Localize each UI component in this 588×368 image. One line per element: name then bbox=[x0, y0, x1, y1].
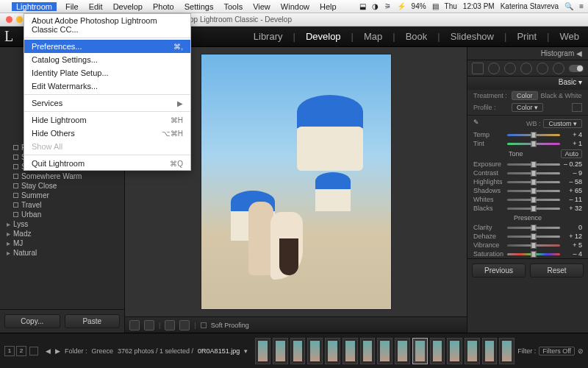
cc-icon[interactable]: ◑ bbox=[372, 2, 379, 10]
macmenu-edit[interactable]: Edit bbox=[87, 2, 104, 11]
thumbnail[interactable] bbox=[307, 338, 323, 364]
module-library[interactable]: Library bbox=[254, 31, 283, 42]
auto-button[interactable]: Auto bbox=[561, 149, 582, 158]
preset-item[interactable]: ▸Natural bbox=[4, 248, 120, 258]
module-map[interactable]: Map bbox=[364, 31, 382, 42]
slider-highlights[interactable]: Highlights– 58 bbox=[467, 177, 588, 186]
slider-saturation[interactable]: Saturation– 4 bbox=[467, 250, 588, 258]
slider-contrast[interactable]: Contrast– 9 bbox=[467, 169, 588, 177]
preset-item[interactable]: Somewhere Warm bbox=[4, 171, 120, 181]
grad-filter-icon[interactable] bbox=[520, 63, 532, 74]
flag-icon[interactable]: ▤ bbox=[432, 2, 439, 10]
module-slideshow[interactable]: Slideshow bbox=[451, 31, 494, 42]
menu-item[interactable]: Catalog Settings... bbox=[24, 53, 190, 66]
profile-browser-icon[interactable] bbox=[572, 103, 582, 112]
spotlight-icon[interactable]: 🔍 bbox=[564, 2, 573, 10]
nav-dropdown-icon[interactable]: ▾ bbox=[244, 347, 248, 355]
folder-name[interactable]: Greece bbox=[92, 347, 114, 355]
menu-item[interactable]: Edit Watermarks... bbox=[24, 79, 190, 93]
menu-item[interactable]: Hide Others⌥⌘H bbox=[24, 127, 190, 140]
basic-header[interactable]: Basic ▾ bbox=[467, 77, 588, 90]
macmenu-view[interactable]: View bbox=[251, 2, 272, 11]
toolbar-icon[interactable] bbox=[165, 320, 175, 330]
wb-dropdown[interactable]: Custom ▾ bbox=[543, 119, 582, 128]
before-after-icon[interactable] bbox=[144, 320, 154, 330]
panel-switch[interactable] bbox=[569, 65, 584, 72]
module-develop[interactable]: Develop bbox=[306, 31, 341, 42]
user-name[interactable]: Katerina Stavreva bbox=[501, 2, 559, 10]
display-1[interactable]: 1 bbox=[4, 346, 15, 356]
treatment-color[interactable]: Color bbox=[512, 91, 538, 100]
menu-item[interactable]: About Adobe Photoshop Lightroom Classic … bbox=[24, 14, 190, 36]
slider-exposure[interactable]: Exposure– 0.25 bbox=[467, 160, 588, 169]
filter-switch-icon[interactable]: ⊘ bbox=[578, 347, 584, 355]
slider-blacks[interactable]: Blacks+ 32 bbox=[467, 204, 588, 213]
loupe-view-icon[interactable] bbox=[129, 320, 140, 330]
eyedropper-icon[interactable]: ✎ bbox=[473, 118, 484, 129]
thumbnail[interactable] bbox=[377, 338, 392, 364]
battery-icon[interactable]: ⚡ bbox=[397, 2, 406, 10]
module-web[interactable]: Web bbox=[560, 31, 580, 42]
wifi-icon[interactable]: ⚞ bbox=[384, 2, 391, 10]
copy-button[interactable]: Copy... bbox=[4, 314, 60, 328]
macmenu-app[interactable]: Lightroom bbox=[12, 2, 57, 11]
slider-tint[interactable]: Tint+ 1 bbox=[467, 139, 588, 148]
thumbnail[interactable] bbox=[482, 338, 498, 364]
display-2[interactable]: 2 bbox=[16, 346, 26, 356]
preset-item[interactable]: Summer bbox=[4, 191, 120, 200]
slider-whites[interactable]: Whites– 11 bbox=[467, 195, 588, 204]
redeye-tool-icon[interactable] bbox=[504, 63, 516, 74]
spot-removal-icon[interactable] bbox=[488, 63, 500, 74]
reset-button[interactable]: Reset bbox=[530, 263, 584, 277]
thumbnail[interactable] bbox=[465, 338, 480, 364]
toolbar-icon[interactable] bbox=[179, 320, 190, 330]
slider-shadows[interactable]: Shadows+ 65 bbox=[467, 186, 588, 195]
preset-item[interactable]: Stay Close bbox=[4, 181, 120, 191]
brush-tool-icon[interactable] bbox=[553, 63, 564, 74]
menu-extra-icon[interactable]: ≡ bbox=[579, 2, 584, 10]
menu-item[interactable]: Hide Lightroom⌘H bbox=[24, 113, 190, 127]
nav-next-icon[interactable]: ▶ bbox=[55, 347, 60, 355]
preset-item[interactable]: Urban bbox=[4, 210, 120, 219]
thumbnail[interactable] bbox=[499, 338, 514, 364]
thumbnail[interactable] bbox=[273, 338, 288, 364]
previous-button[interactable]: Previous bbox=[472, 263, 526, 277]
thumbnail[interactable] bbox=[360, 338, 376, 364]
nav-prev-icon[interactable]: ◀ bbox=[46, 347, 51, 355]
slider-vibrance[interactable]: Vibrance+ 5 bbox=[467, 241, 588, 250]
preset-item[interactable]: Travel bbox=[4, 200, 120, 210]
thumbnail[interactable] bbox=[325, 338, 340, 364]
macmenu-window[interactable]: Window bbox=[279, 2, 311, 11]
thumbnail[interactable] bbox=[447, 338, 462, 364]
slider-dehaze[interactable]: Dehaze+ 12 bbox=[467, 232, 588, 241]
treatment-bw[interactable]: Black & White bbox=[541, 92, 582, 99]
macmenu-photo[interactable]: Photo bbox=[151, 2, 176, 11]
profile-dropdown[interactable]: Color ▾ bbox=[512, 103, 543, 112]
grid-icon[interactable] bbox=[29, 347, 38, 355]
soft-proof-checkbox[interactable] bbox=[201, 322, 207, 328]
preset-item[interactable]: ▸MJ bbox=[4, 238, 120, 248]
menu-item[interactable]: Services▶ bbox=[24, 96, 190, 110]
close-window-button[interactable] bbox=[6, 16, 12, 23]
slider-clarity[interactable]: Clarity0 bbox=[467, 223, 588, 232]
menu-item[interactable]: Quit Lightroom⌘Q bbox=[24, 157, 190, 170]
macmenu-develop[interactable]: Develop bbox=[112, 2, 144, 11]
macmenu-tools[interactable]: Tools bbox=[222, 2, 244, 11]
macmenu-help[interactable]: Help bbox=[318, 2, 338, 11]
thumbnail[interactable] bbox=[412, 338, 428, 364]
preset-item[interactable]: ▸Madz bbox=[4, 229, 120, 238]
thumbnail[interactable] bbox=[430, 338, 445, 364]
preset-item[interactable]: ▸Lyss bbox=[4, 219, 120, 229]
minimize-window-button[interactable] bbox=[16, 16, 23, 23]
thumbnail[interactable] bbox=[395, 338, 410, 364]
crop-tool-icon[interactable] bbox=[472, 63, 484, 74]
thumbnail[interactable] bbox=[290, 338, 306, 364]
dropbox-icon[interactable]: ⬓ bbox=[359, 2, 366, 10]
module-print[interactable]: Print bbox=[517, 31, 537, 42]
filter-dropdown[interactable]: Filters Off bbox=[539, 347, 575, 355]
menu-item[interactable]: Preferences...⌘, bbox=[24, 40, 190, 53]
radial-filter-icon[interactable] bbox=[537, 63, 548, 74]
module-book[interactable]: Book bbox=[406, 31, 428, 42]
thumbnail[interactable] bbox=[343, 338, 358, 364]
macmenu-file[interactable]: File bbox=[64, 2, 80, 11]
